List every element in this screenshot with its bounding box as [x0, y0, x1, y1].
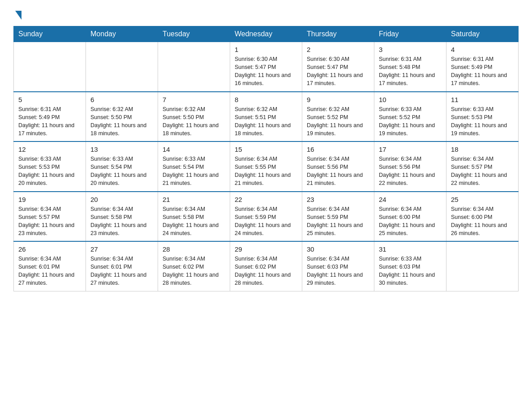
day-number: 26 [18, 245, 81, 253]
day-of-week-header: Monday [86, 26, 158, 42]
calendar-week-row: 5Sunrise: 6:31 AM Sunset: 5:49 PM Daylig… [14, 92, 519, 142]
day-number: 2 [307, 46, 369, 53]
calendar-day-cell: 28Sunrise: 6:34 AM Sunset: 6:02 PM Dayli… [158, 241, 230, 291]
day-number: 17 [379, 146, 442, 153]
day-number: 10 [379, 96, 442, 103]
calendar-day-cell: 20Sunrise: 6:34 AM Sunset: 5:58 PM Dayli… [86, 192, 158, 242]
day-number: 16 [307, 146, 369, 153]
calendar-day-cell: 21Sunrise: 6:34 AM Sunset: 5:58 PM Dayli… [158, 192, 230, 242]
calendar-day-cell: 23Sunrise: 6:34 AM Sunset: 5:59 PM Dayli… [302, 192, 374, 242]
calendar-day-cell: 7Sunrise: 6:32 AM Sunset: 5:50 PM Daylig… [158, 92, 230, 142]
calendar-day-cell: 3Sunrise: 6:31 AM Sunset: 5:48 PM Daylig… [374, 42, 446, 92]
logo [13, 9, 21, 18]
day-info: Sunrise: 6:30 AM Sunset: 5:47 PM Dayligh… [307, 55, 369, 88]
calendar-week-row: 1Sunrise: 6:30 AM Sunset: 5:47 PM Daylig… [14, 42, 519, 92]
day-info: Sunrise: 6:33 AM Sunset: 5:53 PM Dayligh… [451, 105, 514, 138]
day-info: Sunrise: 6:34 AM Sunset: 5:59 PM Dayligh… [235, 205, 297, 238]
calendar-day-cell: 30Sunrise: 6:34 AM Sunset: 6:03 PM Dayli… [302, 241, 374, 291]
day-info: Sunrise: 6:33 AM Sunset: 5:52 PM Dayligh… [379, 105, 442, 138]
calendar-day-cell: 13Sunrise: 6:33 AM Sunset: 5:54 PM Dayli… [86, 141, 158, 192]
day-number: 30 [307, 245, 369, 253]
calendar-day-cell: 1Sunrise: 6:30 AM Sunset: 5:47 PM Daylig… [230, 42, 302, 92]
day-info: Sunrise: 6:34 AM Sunset: 6:02 PM Dayligh… [235, 255, 297, 287]
calendar-day-cell: 2Sunrise: 6:30 AM Sunset: 5:47 PM Daylig… [302, 42, 374, 92]
day-info: Sunrise: 6:34 AM Sunset: 6:03 PM Dayligh… [307, 255, 369, 287]
calendar-day-cell [158, 42, 230, 92]
calendar-day-cell: 10Sunrise: 6:33 AM Sunset: 5:52 PM Dayli… [374, 92, 446, 142]
day-number: 21 [163, 196, 225, 203]
day-info: Sunrise: 6:34 AM Sunset: 5:58 PM Dayligh… [90, 205, 153, 238]
calendar-day-cell [446, 241, 519, 291]
day-number: 1 [235, 46, 297, 53]
day-number: 11 [451, 96, 514, 103]
calendar-day-cell: 11Sunrise: 6:33 AM Sunset: 5:53 PM Dayli… [446, 92, 519, 142]
day-info: Sunrise: 6:34 AM Sunset: 6:00 PM Dayligh… [451, 205, 514, 238]
day-info: Sunrise: 6:33 AM Sunset: 5:54 PM Dayligh… [163, 155, 225, 188]
calendar-day-cell: 16Sunrise: 6:34 AM Sunset: 5:56 PM Dayli… [302, 141, 374, 192]
calendar-day-cell: 4Sunrise: 6:31 AM Sunset: 5:49 PM Daylig… [446, 42, 519, 92]
day-number: 24 [379, 196, 442, 203]
calendar-day-cell: 15Sunrise: 6:34 AM Sunset: 5:55 PM Dayli… [230, 141, 302, 192]
day-info: Sunrise: 6:32 AM Sunset: 5:52 PM Dayligh… [307, 105, 369, 138]
day-of-week-header: Saturday [446, 26, 519, 42]
day-info: Sunrise: 6:30 AM Sunset: 5:47 PM Dayligh… [235, 55, 297, 88]
day-info: Sunrise: 6:32 AM Sunset: 5:50 PM Dayligh… [163, 105, 225, 138]
day-number: 20 [90, 196, 153, 203]
calendar-day-cell [14, 42, 86, 92]
day-info: Sunrise: 6:34 AM Sunset: 5:59 PM Dayligh… [307, 205, 369, 238]
day-number: 9 [307, 96, 369, 103]
day-info: Sunrise: 6:34 AM Sunset: 5:55 PM Dayligh… [235, 155, 297, 188]
calendar-day-cell: 25Sunrise: 6:34 AM Sunset: 6:00 PM Dayli… [446, 192, 519, 242]
day-number: 31 [379, 245, 442, 253]
day-number: 3 [379, 46, 442, 53]
day-info: Sunrise: 6:34 AM Sunset: 5:57 PM Dayligh… [451, 155, 514, 188]
logo-arrow-icon [15, 11, 21, 20]
day-number: 4 [451, 46, 514, 53]
day-info: Sunrise: 6:32 AM Sunset: 5:50 PM Dayligh… [90, 105, 153, 138]
calendar-day-cell [86, 42, 158, 92]
day-info: Sunrise: 6:34 AM Sunset: 6:01 PM Dayligh… [90, 255, 153, 287]
calendar-day-cell: 31Sunrise: 6:33 AM Sunset: 6:03 PM Dayli… [374, 241, 446, 291]
calendar-day-cell: 27Sunrise: 6:34 AM Sunset: 6:01 PM Dayli… [86, 241, 158, 291]
day-info: Sunrise: 6:34 AM Sunset: 5:56 PM Dayligh… [307, 155, 369, 188]
day-info: Sunrise: 6:31 AM Sunset: 5:48 PM Dayligh… [379, 55, 442, 88]
day-of-week-header: Thursday [302, 26, 374, 42]
day-of-week-header: Friday [374, 26, 446, 42]
calendar-day-cell: 9Sunrise: 6:32 AM Sunset: 5:52 PM Daylig… [302, 92, 374, 142]
day-number: 18 [451, 146, 514, 153]
day-info: Sunrise: 6:34 AM Sunset: 5:58 PM Dayligh… [163, 205, 225, 238]
day-of-week-header: Wednesday [230, 26, 302, 42]
calendar-day-cell: 22Sunrise: 6:34 AM Sunset: 5:59 PM Dayli… [230, 192, 302, 242]
calendar-day-cell: 8Sunrise: 6:32 AM Sunset: 5:51 PM Daylig… [230, 92, 302, 142]
day-info: Sunrise: 6:31 AM Sunset: 5:49 PM Dayligh… [18, 105, 81, 138]
day-number: 28 [163, 245, 225, 253]
day-number: 25 [451, 196, 514, 203]
calendar-day-cell: 12Sunrise: 6:33 AM Sunset: 5:53 PM Dayli… [14, 141, 86, 192]
calendar-header-row: SundayMondayTuesdayWednesdayThursdayFrid… [14, 26, 519, 42]
calendar-day-cell: 14Sunrise: 6:33 AM Sunset: 5:54 PM Dayli… [158, 141, 230, 192]
day-info: Sunrise: 6:31 AM Sunset: 5:49 PM Dayligh… [451, 55, 514, 88]
calendar-day-cell: 24Sunrise: 6:34 AM Sunset: 6:00 PM Dayli… [374, 192, 446, 242]
page-header [13, 9, 519, 18]
day-info: Sunrise: 6:33 AM Sunset: 5:54 PM Dayligh… [90, 155, 153, 188]
calendar-day-cell: 6Sunrise: 6:32 AM Sunset: 5:50 PM Daylig… [86, 92, 158, 142]
day-number: 14 [163, 146, 225, 153]
day-info: Sunrise: 6:34 AM Sunset: 6:00 PM Dayligh… [379, 205, 442, 238]
day-info: Sunrise: 6:33 AM Sunset: 5:53 PM Dayligh… [18, 155, 81, 188]
day-number: 12 [18, 146, 81, 153]
calendar-day-cell: 17Sunrise: 6:34 AM Sunset: 5:56 PM Dayli… [374, 141, 446, 192]
calendar-day-cell: 18Sunrise: 6:34 AM Sunset: 5:57 PM Dayli… [446, 141, 519, 192]
calendar-table: SundayMondayTuesdayWednesdayThursdayFrid… [13, 26, 519, 291]
day-number: 7 [163, 96, 225, 103]
day-info: Sunrise: 6:34 AM Sunset: 5:56 PM Dayligh… [379, 155, 442, 188]
calendar-day-cell: 29Sunrise: 6:34 AM Sunset: 6:02 PM Dayli… [230, 241, 302, 291]
day-info: Sunrise: 6:32 AM Sunset: 5:51 PM Dayligh… [235, 105, 297, 138]
day-number: 22 [235, 196, 297, 203]
day-number: 23 [307, 196, 369, 203]
day-of-week-header: Tuesday [158, 26, 230, 42]
day-number: 13 [90, 146, 153, 153]
day-number: 19 [18, 196, 81, 203]
day-info: Sunrise: 6:34 AM Sunset: 6:02 PM Dayligh… [163, 255, 225, 287]
day-number: 27 [90, 245, 153, 253]
day-number: 29 [235, 245, 297, 253]
